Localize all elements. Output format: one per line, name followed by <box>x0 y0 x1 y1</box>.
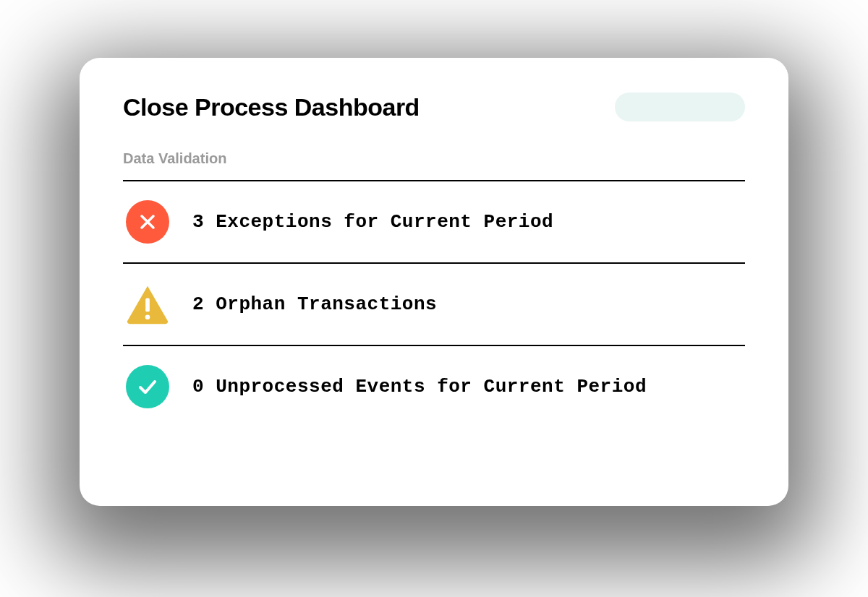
check-icon <box>126 365 169 408</box>
validation-list: 3 Exceptions for Current Period 2 Orphan… <box>123 180 745 427</box>
dashboard-card: Close Process Dashboard Data Validation … <box>80 58 788 506</box>
alert-icon <box>126 283 169 326</box>
status-pill[interactable] <box>615 93 745 121</box>
x-icon <box>126 200 169 244</box>
validation-row-text: 2 Orphan Transactions <box>192 293 437 315</box>
card-header: Close Process Dashboard <box>123 93 745 121</box>
section-label: Data Validation <box>123 150 745 167</box>
validation-row-orphans[interactable]: 2 Orphan Transactions <box>123 264 745 346</box>
validation-row-exceptions[interactable]: 3 Exceptions for Current Period <box>123 181 745 264</box>
svg-rect-0 <box>145 298 150 312</box>
svg-point-1 <box>145 315 150 320</box>
validation-row-text: 3 Exceptions for Current Period <box>192 211 553 233</box>
validation-row-text: 0 Unprocessed Events for Current Period <box>192 376 647 398</box>
page-title: Close Process Dashboard <box>123 93 420 121</box>
validation-row-unprocessed[interactable]: 0 Unprocessed Events for Current Period <box>123 346 745 427</box>
